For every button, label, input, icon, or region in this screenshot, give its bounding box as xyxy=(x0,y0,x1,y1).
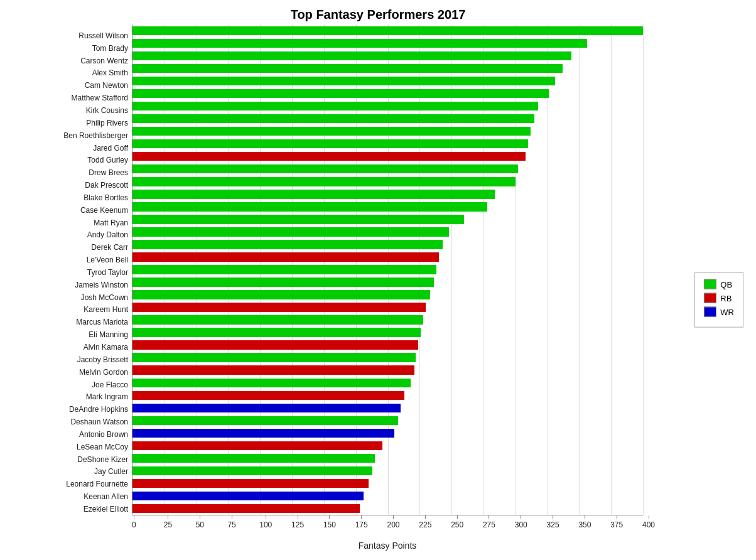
y-label: Alex Smith xyxy=(0,67,128,79)
bar-row xyxy=(132,365,643,374)
bar-row xyxy=(132,51,643,60)
y-label: Blake Bortles xyxy=(0,191,128,203)
x-tick: 100 xyxy=(259,515,272,529)
bar-row xyxy=(132,227,643,236)
bar-row xyxy=(132,379,643,387)
bar xyxy=(132,227,449,236)
bar-row xyxy=(132,64,643,73)
x-tick-line xyxy=(457,515,458,519)
y-label: Philip Rivers xyxy=(0,117,128,129)
bar xyxy=(132,290,430,299)
x-tick-line xyxy=(168,515,168,519)
y-label: Kareem Hunt xyxy=(0,304,128,316)
bar-row xyxy=(132,215,643,223)
bar-row xyxy=(132,290,643,299)
bar-row xyxy=(132,102,643,110)
bar-row xyxy=(132,404,643,412)
x-tick-label: 225 xyxy=(419,520,431,529)
x-tick: 275 xyxy=(483,515,495,529)
x-tick: 250 xyxy=(451,515,463,529)
bar xyxy=(132,139,528,148)
y-label: Tom Brady xyxy=(0,42,128,54)
bar-row xyxy=(132,77,643,85)
x-tick: 325 xyxy=(547,515,559,529)
y-label: Keenan Allen xyxy=(0,491,128,503)
x-tick-line xyxy=(393,515,394,519)
x-tick: 125 xyxy=(291,515,304,529)
x-tick-label: 250 xyxy=(451,520,463,529)
y-label: Matthew Stafford xyxy=(0,92,128,104)
bar-row xyxy=(132,391,643,400)
y-label: LeSean McCoy xyxy=(0,441,128,453)
chart-container: Top Fantasy Performers 2017 Russell Wils… xyxy=(0,0,756,560)
bar-row xyxy=(132,479,643,488)
x-tick-line xyxy=(298,515,298,519)
y-label: Leonard Fournette xyxy=(0,478,128,490)
x-tick: 75 xyxy=(227,515,235,529)
x-tick: 225 xyxy=(419,515,431,529)
y-label: Drew Brees xyxy=(0,167,128,179)
bar xyxy=(132,328,421,337)
bar xyxy=(132,127,531,136)
y-label: Derek Carr xyxy=(0,242,128,254)
bar-row xyxy=(132,202,643,211)
x-tick: 0 xyxy=(132,515,136,529)
legend-item: RB xyxy=(704,293,734,303)
bar-row xyxy=(132,240,643,249)
bar-row xyxy=(132,114,643,123)
bar-row xyxy=(132,315,643,324)
bar xyxy=(132,303,426,311)
y-label: Todd Gurley xyxy=(0,154,128,166)
legend-item: WR xyxy=(704,307,734,317)
bar xyxy=(132,340,418,349)
bar-row xyxy=(132,353,643,362)
x-axis-title: Fantasy Points xyxy=(359,541,417,551)
bar xyxy=(132,391,404,400)
x-tick-label: 125 xyxy=(291,520,304,529)
bar-row xyxy=(132,429,643,438)
x-tick: 25 xyxy=(164,515,172,529)
bar-row xyxy=(132,127,643,136)
x-tick-label: 150 xyxy=(323,520,336,529)
bar xyxy=(132,102,538,110)
bar xyxy=(132,504,360,513)
bar xyxy=(132,26,643,35)
legend-item: QB xyxy=(704,279,734,289)
y-label: DeAndre Hopkins xyxy=(0,404,128,416)
bar xyxy=(132,64,563,73)
x-tick-label: 175 xyxy=(355,520,368,529)
y-label: Eli Manning xyxy=(0,329,128,341)
bar xyxy=(132,441,382,450)
x-tick-label: 75 xyxy=(227,520,235,529)
bar-row xyxy=(132,89,643,98)
bar-row xyxy=(132,190,643,198)
y-label: Jared Goff xyxy=(0,142,128,154)
x-tick-line xyxy=(585,515,585,519)
bars-area xyxy=(132,24,643,515)
bar xyxy=(132,39,587,48)
legend-color-box xyxy=(704,279,716,289)
bar xyxy=(132,416,398,425)
bar-row xyxy=(132,139,643,148)
legend-label: QB xyxy=(720,279,732,289)
y-label: Tyrod Taylor xyxy=(0,266,128,278)
bar xyxy=(132,252,439,261)
bar xyxy=(132,77,555,85)
x-tick-label: 325 xyxy=(547,520,559,529)
x-tick-line xyxy=(489,515,489,519)
legend: QBRBWR xyxy=(694,272,743,328)
bar xyxy=(132,466,372,475)
bar-row xyxy=(132,340,643,349)
bar xyxy=(132,152,526,161)
x-tick-line xyxy=(134,515,134,519)
y-label: Case Keenum xyxy=(0,204,128,216)
y-label: Ezekiel Elliott xyxy=(0,503,128,515)
bar-row xyxy=(132,265,643,274)
bar xyxy=(132,240,443,249)
bar xyxy=(132,277,434,286)
x-tick-line xyxy=(521,515,521,519)
x-tick-line xyxy=(425,515,426,519)
y-label: Joe Flacco xyxy=(0,379,128,390)
bar-row xyxy=(132,39,643,48)
y-label: Kirk Cousins xyxy=(0,104,128,116)
